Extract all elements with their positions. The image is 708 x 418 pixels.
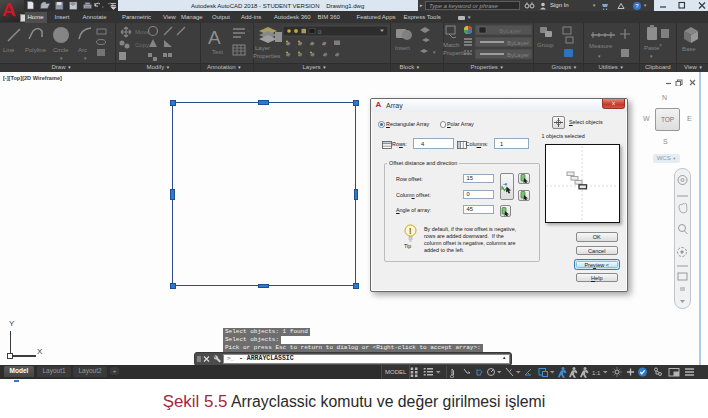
svg-text:Insert: Insert [395, 45, 410, 51]
svg-text:A: A [208, 27, 221, 48]
svg-text:Polyline: Polyline [25, 47, 47, 53]
svg-text:▼: ▼ [83, 56, 87, 61]
svg-text:Measure: Measure [589, 43, 613, 49]
svg-text:Circle: Circle [53, 47, 69, 53]
svg-text:ByLayer: ByLayer [499, 28, 521, 34]
svg-text:▼: ▼ [59, 56, 63, 61]
svg-text:Copy: Copy [135, 42, 149, 48]
svg-text:▼: ▼ [649, 54, 653, 59]
svg-text:▼: ▼ [597, 54, 601, 59]
svg-text:Properties: Properties [443, 50, 470, 56]
svg-text:ByLayer: ByLayer [507, 52, 529, 58]
svg-text:·: · [624, 4, 626, 10]
svg-text:!: ! [409, 226, 412, 236]
svg-text:Properties: Properties [253, 53, 280, 59]
svg-text:Match: Match [443, 42, 459, 48]
svg-text:Group: Group [537, 42, 554, 48]
svg-text:·: · [247, 28, 249, 34]
svg-text:Move: Move [135, 29, 150, 35]
svg-text:1:1: 1:1 [592, 370, 601, 376]
svg-text:Paste: Paste [644, 45, 660, 51]
svg-text:·: · [110, 29, 112, 35]
svg-text:×: × [659, 42, 662, 48]
svg-text:Layer: Layer [255, 45, 270, 51]
svg-text:Arc: Arc [78, 47, 87, 53]
svg-text:Text: Text [212, 49, 223, 55]
svg-text:ByLayer: ByLayer [507, 40, 529, 46]
svg-text:Base: Base [682, 46, 696, 52]
svg-text:·: · [575, 29, 577, 35]
svg-text:Line: Line [3, 47, 15, 53]
svg-text:▼: ▼ [432, 50, 436, 55]
